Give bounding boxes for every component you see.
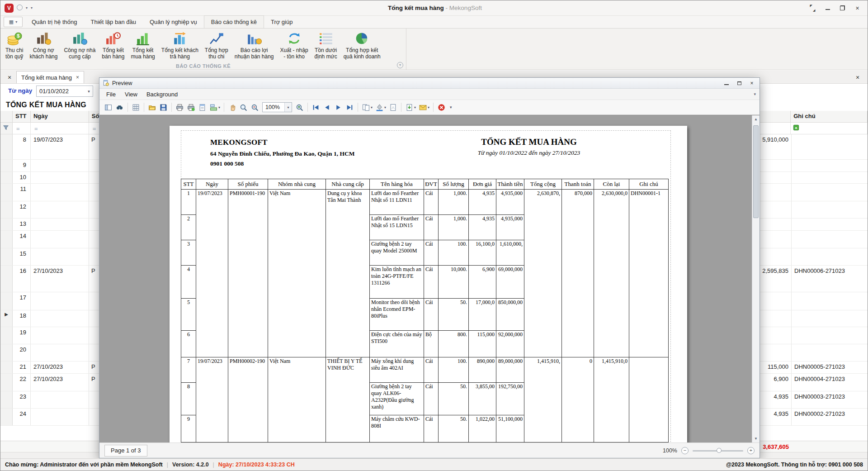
chevron-down-icon[interactable]: ▾ [284, 103, 292, 112]
next-page-icon[interactable] [333, 102, 344, 113]
zoom-out-icon[interactable] [249, 102, 260, 113]
report-column-header: Thành tiền [496, 179, 524, 190]
page-color-icon[interactable] [374, 102, 385, 113]
customize-toolbar-icon[interactable]: ▾ [31, 6, 33, 10]
scale-icon[interactable] [208, 102, 219, 113]
grid-filter-cell-ngay[interactable]: = [31, 123, 89, 134]
email-icon[interactable] [417, 102, 429, 113]
edit-filter-icon[interactable] [0, 124, 9, 132]
close-preview-icon[interactable] [436, 102, 447, 113]
chevron-down-icon[interactable]: ▾ [85, 89, 93, 94]
scroll-up-icon[interactable]: ▲ [752, 115, 760, 123]
preview-menu-file[interactable]: File [102, 90, 120, 99]
watermark-icon[interactable]: A [387, 102, 399, 113]
ribbon-button-customer-debt[interactable]: Công nợ khách hàng [26, 29, 61, 62]
ribbon-button-cash-fund[interactable]: $Thu chi tồn quỹ [2, 29, 26, 62]
first-page-icon[interactable] [310, 102, 321, 113]
ribbon-menu-button[interactable]: ▦▾ [4, 17, 23, 27]
zoom-out-button[interactable]: − [681, 447, 689, 454]
filter-operator-icon[interactable]: = [13, 125, 20, 132]
customize-icon[interactable] [130, 102, 142, 113]
ribbon-button-income-expense[interactable]: Tổng hợp thu chi [202, 29, 231, 62]
scrollbar-thumb[interactable] [753, 125, 759, 218]
filter-operator-icon[interactable]: = [89, 125, 96, 132]
ribbon-button-purchase-summary[interactable]: Tổng kết mua hàng [127, 29, 158, 62]
preview-menu-view[interactable]: View [120, 90, 142, 99]
grid-column-header-ngay[interactable]: Ngày [31, 111, 89, 122]
chevron-down-icon[interactable]: ▾ [26, 6, 28, 10]
scroll-down-icon[interactable]: ▼ [752, 435, 760, 442]
ribbon-tab-1[interactable]: Quản trị hệ thống [25, 15, 84, 28]
ribbon-button-returns-summary[interactable]: Tổng kết khách trả hàng [158, 29, 202, 62]
svg-text:$: $ [17, 33, 19, 38]
quick-access-icon[interactable] [17, 4, 23, 12]
zoom-in-icon[interactable] [294, 102, 305, 113]
zoom-in-button[interactable]: + [747, 447, 755, 454]
close-icon[interactable]: × [76, 74, 79, 81]
ribbon-tab-2[interactable]: Thiết lập ban đầu [84, 15, 142, 28]
preview-maximize-button[interactable] [733, 79, 745, 87]
zoom-combo[interactable]: 100%▾ [262, 102, 292, 112]
toolbar-overflow-icon[interactable]: ▾ [447, 105, 455, 109]
grid-column-header-stt[interactable]: STT [13, 111, 31, 122]
ribbon-button-sales-summary[interactable]: Tổng kết bán hàng [99, 29, 127, 62]
grid-filter-cell-stt[interactable]: = [13, 123, 31, 134]
ribbon-button-inventory-flow[interactable]: Xuất - nhập - tồn kho [277, 29, 311, 62]
last-page-icon[interactable] [344, 102, 355, 113]
chevron-down-icon[interactable]: ▾ [218, 105, 220, 109]
close-tab-right-button[interactable]: × [852, 72, 863, 83]
chevron-down-icon[interactable]: ▾ [428, 105, 429, 109]
print-icon[interactable] [174, 102, 185, 113]
filter-type-icon[interactable]: a [791, 124, 799, 132]
maximize-button[interactable] [836, 3, 849, 13]
preview-menu-background[interactable]: Background [142, 90, 182, 99]
open-icon[interactable] [146, 102, 158, 113]
ribbon-tab-5[interactable]: Trợ giúp [264, 15, 300, 28]
preview-title-bar[interactable]: Preview × [99, 78, 760, 89]
minimize-button[interactable] [821, 3, 834, 13]
preview-close-button[interactable]: × [746, 79, 758, 87]
save-icon[interactable] [158, 102, 169, 113]
returns-summary-icon [172, 30, 188, 47]
grid-column-header-ghi-chu[interactable]: Ghi chú [791, 111, 868, 122]
grid-cell-row-indicator [0, 409, 13, 425]
report-column-header: Số phiếu [228, 179, 268, 190]
report-cell: 100. [439, 357, 469, 383]
grid-filter-cell-ghi-chu[interactable]: a [791, 123, 868, 134]
copyright-text: @2023 MekongSoft. Thông tin hỗ trợ: 0901… [726, 461, 863, 468]
search-icon[interactable] [114, 102, 125, 113]
zoom-slider[interactable] [693, 447, 743, 454]
export-icon[interactable] [404, 102, 415, 113]
slider-thumb[interactable] [717, 448, 722, 453]
chevron-down-icon[interactable]: ▾ [384, 105, 386, 109]
fullscreen-button[interactable] [806, 3, 819, 13]
multi-page-icon[interactable] [360, 102, 372, 113]
ribbon-button-supplier-debt[interactable]: Công nợ nhà cung cấp [61, 29, 99, 62]
menu-overflow-icon[interactable]: ▾ [754, 92, 756, 96]
ribbon-button-low-stock[interactable]: Tồn dưới định mức [311, 29, 340, 62]
from-date-input[interactable]: 01/10/2022 ▾ [36, 86, 93, 97]
ribbon-tab-3[interactable]: Quản lý nghiệp vụ [143, 15, 204, 28]
chevron-down-icon[interactable]: ▾ [371, 105, 373, 109]
close-tab-left-button[interactable]: × [4, 72, 15, 83]
filter-operator-icon[interactable]: = [31, 125, 38, 132]
document-map-icon[interactable] [103, 102, 114, 113]
report-cell: Lưỡi dao mổ Fearther Nhật số 11 LDN11 [370, 190, 424, 215]
ribbon-button-label: Công nợ khách hàng [29, 47, 57, 60]
print-direct-icon[interactable] [185, 102, 197, 113]
chevron-down-icon[interactable]: ▾ [414, 105, 416, 109]
grid-cell-ngay [31, 327, 89, 344]
close-button[interactable]: × [851, 3, 864, 13]
preview-minimize-button[interactable] [721, 79, 732, 87]
prev-page-icon[interactable] [321, 102, 333, 113]
tab-tong-ket-mua-hang[interactable]: Tổng kết mua hàng × [16, 71, 84, 83]
ribbon-tab-4[interactable]: Báo cáo thống kê [204, 15, 264, 28]
ribbon-button-business-result[interactable]: Tổng hợp kết quả kinh doanh [340, 29, 384, 62]
hand-icon[interactable] [226, 102, 238, 113]
preview-vertical-scrollbar[interactable]: ▲ ▼ [752, 115, 760, 442]
ribbon-button-profit-report[interactable]: Báo cáo lợi nhuận bán hàng [231, 29, 277, 62]
page-setup-icon[interactable] [197, 102, 208, 113]
grid-filter-cell-row-indicator[interactable] [0, 123, 13, 134]
group-dialog-launcher-icon[interactable]: ▾ [397, 62, 403, 68]
magnifier-icon[interactable] [238, 102, 249, 113]
